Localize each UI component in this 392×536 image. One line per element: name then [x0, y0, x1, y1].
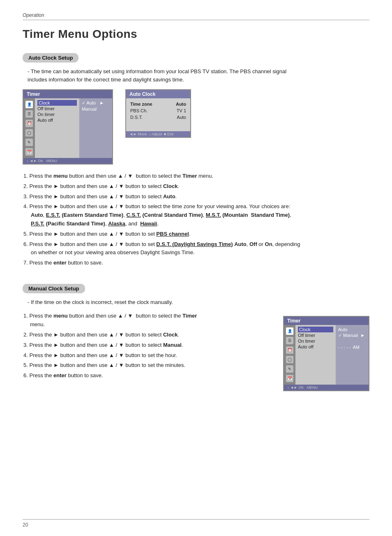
manual-value-empty	[338, 339, 366, 344]
auto-clock-desc: - The time can be automatically set usin…	[23, 67, 369, 84]
auto-clock-screens-row: Timer 👤 ☰ ⏰ ◯ ✎ 📅 Clock Off timer	[23, 89, 369, 165]
sidebar-icon-person: 👤	[25, 101, 33, 108]
sidebar-manual-icon-5: ✎	[286, 365, 293, 373]
value-manual: Manual	[82, 106, 110, 112]
step-manual-5: 5. Press the ► button and then use ▲ / ▼…	[23, 361, 271, 370]
timezone-value: Auto	[176, 102, 186, 107]
dst-label: D.S.T.	[130, 115, 143, 120]
manual-content-row: 1. Press the menu button and then use ▲ …	[23, 312, 369, 391]
auto-clock-header-row: Time zone Auto	[130, 101, 186, 107]
sidebar-icon-circle: ◯	[25, 129, 33, 137]
pbs-ch-value: TV 1	[177, 108, 186, 113]
timer-manual-body: 👤 ☰ ⏰ ◯ ✎ 📅 Clock Off timer On timer Aut…	[284, 325, 369, 385]
manual-value-auto: Auto	[338, 327, 366, 332]
step-auto-2: 2. Press the ► button and then use ▲ / ▼…	[23, 182, 369, 191]
step-manual-3: 3. Press the ► button and then use ▲ / ▼…	[23, 341, 271, 350]
menu-item-clock: Clock	[37, 100, 77, 106]
step-auto-3: 3. Press the ► button and then use ▲ / ▼…	[23, 193, 369, 201]
manual-steps-col: 1. Press the menu button and then use ▲ …	[23, 312, 271, 387]
timer-screen-footer: ↕ ◄► OK MENU	[23, 158, 112, 164]
step-manual-2: 2. Press the ► button and then use ▲ / ▼…	[23, 331, 271, 339]
tv-sidebar-manual: 👤 ☰ ⏰ ◯ ✎ 📅	[284, 325, 295, 385]
auto-clock-steps: 1. Press the menu button and then use ▲ …	[23, 172, 369, 267]
value-auto: ✓ Auto ►	[82, 100, 110, 106]
tv-menu-manual-value-col: Auto ✓ Manual ► - - : - - AM	[336, 325, 369, 385]
menu-item-off-timer: Off timer	[37, 106, 77, 111]
sidebar-icon-list: ☰	[25, 110, 33, 118]
pbs-ch-label: PBS Ch.	[130, 108, 148, 113]
timezone-label: Time zone	[130, 102, 152, 107]
tv-menu-col: Clock Off timer On timer Auto off	[35, 98, 79, 158]
sidebar-icon-calendar: 📅	[25, 148, 33, 155]
timer-screen-auto: Timer 👤 ☰ ⏰ ◯ ✎ 📅 Clock Off timer	[23, 89, 113, 165]
auto-clock-nav: ◄► Move ↕ Adjust ■ Exit	[129, 132, 173, 136]
tv-sidebar: 👤 ☰ ⏰ ◯ ✎ 📅	[23, 98, 35, 158]
menu-manual-auto-off: Auto off	[298, 344, 333, 350]
pbs-ch-row: PBS Ch. TV 1	[130, 107, 186, 114]
step-manual-6: 6. Press the enter button to save.	[23, 371, 271, 380]
menu-manual-clock: Clock	[298, 327, 333, 332]
step-auto-7: 7. Press the enter button to save.	[23, 259, 369, 267]
manual-clock-desc: - If the time on the clock is incorrect,…	[23, 298, 369, 306]
timer-manual-screen: Timer 👤 ☰ ⏰ ◯ ✎ 📅 Clock Off timer	[283, 316, 369, 391]
manual-footer-nav: ↕ ◄► OK MENU	[287, 385, 318, 390]
top-rule	[23, 20, 369, 20]
auto-clock-footer: ◄► Move ↕ Adjust ■ Exit	[126, 131, 190, 137]
tv-menu-manual-col: Clock Off timer On timer Auto off	[295, 325, 336, 385]
manual-screen-col: Timer 👤 ☰ ⏰ ◯ ✎ 📅 Clock Off timer	[283, 312, 369, 391]
step-manual-1: 1. Press the menu button and then use ▲ …	[23, 312, 271, 329]
sidebar-icon-pencil: ✎	[25, 139, 33, 146]
sidebar-manual-icon-6: 📅	[286, 375, 293, 382]
menu-item-on-timer: On timer	[37, 111, 77, 117]
auto-clock-screen-title: Auto Clock	[126, 90, 190, 98]
auto-clock-screen: Auto Clock Time zone Auto PBS Ch. TV 1 D…	[125, 89, 191, 138]
dst-value: Auto	[177, 115, 186, 120]
page-title: Timer Menu Options	[23, 28, 369, 41]
menu-manual-on-timer: On timer	[298, 338, 333, 344]
footer-nav-auto: ↕ ◄► OK MENU	[27, 159, 57, 163]
step-auto-6: 6. Press the ► button and then use ▲ / ▼…	[23, 240, 369, 258]
auto-clock-screen-body: Time zone Auto PBS Ch. TV 1 D.S.T. Auto	[126, 98, 190, 131]
tv-menu-value-col: ✓ Auto ► Manual	[79, 98, 112, 158]
auto-clock-header: Auto Clock Setup	[23, 53, 78, 63]
page: Operation Timer Menu Options Auto Clock …	[0, 0, 392, 536]
timer-manual-footer: ↕ ◄► OK MENU	[284, 385, 369, 390]
manual-clock-header: Manual Clock Setup	[23, 284, 85, 293]
sidebar-manual-icon-3: ⏰	[286, 346, 293, 354]
timer-manual-title: Timer	[284, 317, 369, 325]
auto-clock-section: Auto Clock Setup - The time can be autom…	[23, 53, 369, 267]
page-number: 20	[23, 522, 28, 528]
menu-item-auto-off: Auto off	[37, 117, 77, 123]
sidebar-icon-timer: ⏰	[25, 120, 33, 127]
menu-manual-off-timer: Off timer	[298, 332, 333, 338]
manual-value-manual: ✓ Manual ►	[338, 332, 366, 339]
sidebar-manual-icon-2: ☰	[286, 337, 293, 344]
timer-screen-body: 👤 ☰ ⏰ ◯ ✎ 📅 Clock Off timer On timer Aut…	[23, 98, 112, 158]
dst-row: D.S.T. Auto	[130, 114, 186, 121]
sidebar-manual-icon-4: ◯	[286, 356, 293, 363]
timer-screen-title: Timer	[23, 90, 112, 98]
sidebar-manual-icon-1: 👤	[286, 327, 293, 335]
step-auto-5: 5. Press the ► button and then use ▲ / ▼…	[23, 230, 369, 239]
step-auto-1: 1. Press the menu button and then use ▲ …	[23, 172, 369, 181]
manual-clock-steps: 1. Press the menu button and then use ▲ …	[23, 312, 271, 380]
manual-value-time: - - : - - AM	[338, 344, 366, 350]
bottom-rule	[23, 519, 369, 520]
operation-label: Operation	[23, 12, 369, 18]
step-manual-4: 4. Press the ► button and then use ▲ / ▼…	[23, 351, 271, 360]
manual-clock-section: Manual Clock Setup - If the time on the …	[23, 284, 369, 392]
step-auto-4: 4. Press the ► button and then use ▲ / ▼…	[23, 202, 369, 228]
